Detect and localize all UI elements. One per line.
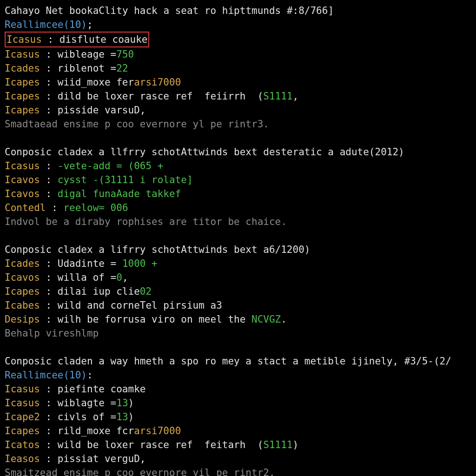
code-token <box>5 342 11 353</box>
terminal-line: Cahayo Net bookaClity hack a seat ro hip… <box>5 4 471 18</box>
code-token: : <box>87 370 93 381</box>
terminal-line: Conposic cladex a lifrry schotAttwinds b… <box>5 243 471 257</box>
code-token: ) <box>128 411 134 423</box>
code-token: 13 <box>116 397 128 409</box>
code-token: : pissiat verguD, <box>40 453 146 464</box>
code-token: S1111 <box>263 91 292 102</box>
code-token: Icapes <box>5 77 40 88</box>
code-token <box>5 230 11 241</box>
code-token: : Udadinte = <box>40 258 122 269</box>
code-token: : wiid_moxe fer <box>40 77 134 88</box>
terminal-line: Ieasos : pissiat verguD, <box>5 452 471 466</box>
code-token: : <box>40 160 58 172</box>
code-token: -vete-add = (065 + <box>58 160 164 172</box>
code-token: Icasus <box>7 34 42 45</box>
code-token: : <box>42 34 60 45</box>
terminal-line <box>5 229 471 243</box>
code-token: Icades <box>5 258 40 269</box>
code-token: Icavos <box>5 174 40 185</box>
code-token: Smadtaead ensime p coo evernore yl pe ri… <box>5 119 269 130</box>
code-token <box>5 132 11 144</box>
terminal-line: Conposic claden a way hmeth a spo ro mey… <box>5 354 471 368</box>
code-token: Desips <box>5 314 40 325</box>
terminal-line: Contedl : reelow= 006 <box>5 201 471 215</box>
code-token: Conposic claden a way hmeth a spo ro mey… <box>5 356 451 367</box>
terminal-line: Conposic cladex a llfrry schotAttwinds b… <box>5 145 471 159</box>
terminal-line: Reallimcee(10): <box>5 368 471 382</box>
code-token: : wild and corneTel pirsium a3 <box>40 300 222 311</box>
code-token: 0 <box>116 272 122 283</box>
code-token: Indvol be a diraby rophises are titor be… <box>5 216 287 227</box>
terminal-line: Icapes : wiid_moxe ferarsi7000 <box>5 75 471 89</box>
terminal-line: Icapes : dilai iup clie02 <box>5 284 471 298</box>
terminal-line: Reallimcee(10); <box>5 18 471 32</box>
code-token: ) <box>293 439 299 450</box>
code-token: Icapes <box>5 286 40 297</box>
code-token: Icabes <box>5 300 40 311</box>
code-token: 02 <box>140 286 152 297</box>
terminal-line: Icape2 : civls of =13) <box>5 410 471 424</box>
code-token: Icades <box>5 63 40 74</box>
code-token: Icasus <box>5 383 40 395</box>
terminal-line <box>5 131 471 145</box>
code-token: disflute coauke <box>60 34 148 45</box>
code-token: Icasus <box>5 49 40 60</box>
code-token: : <box>40 188 58 199</box>
code-token: Ieasos <box>5 453 40 464</box>
terminal-line: Icasus : wiblagte =13) <box>5 396 471 410</box>
code-token: Icavos <box>5 188 40 199</box>
code-token: digal funaAade takkef <box>58 188 181 199</box>
code-token: 22 <box>116 63 128 74</box>
terminal-line: Behalp vireshlmp <box>5 326 471 340</box>
terminal-line: Indvol be a diraby rophises are titor be… <box>5 215 471 229</box>
code-token: Net bookaClity hack a seat ro hipttmunds… <box>46 5 334 16</box>
terminal-line: Icavos : willa of =0, <box>5 271 471 284</box>
terminal-line: Icades : Udadinte = 1000 + <box>5 257 471 271</box>
terminal-line: Icasus : wibleage =750 <box>5 47 471 61</box>
code-token: 13 <box>116 411 128 423</box>
code-token: Smaitzead ensime p coo evernore yil pe r… <box>5 467 275 476</box>
code-token: reelow= 006 <box>63 202 128 213</box>
code-token: ; <box>87 19 93 30</box>
code-token: 1000 + <box>122 258 158 269</box>
terminal-line: Desips : wilh be forrusa viro on meel th… <box>5 312 471 326</box>
code-token: Icapes <box>5 91 40 102</box>
code-token: : civls of = <box>40 411 116 423</box>
code-token: Behalp vireshlmp <box>5 328 99 339</box>
code-token: Icasus <box>5 397 40 409</box>
terminal-line: Icabes : wild and corneTel pirsium a3 <box>5 298 471 312</box>
code-token: Icapes <box>5 105 40 116</box>
code-token: Conposic cladex a lifrry schotAttwinds b… <box>5 244 310 255</box>
code-token: Contedl <box>5 202 46 213</box>
terminal-line: Icapes : dild be loxer rasce ref feiirrh… <box>5 89 471 103</box>
code-token: Icatos <box>5 439 40 450</box>
code-token: : willa of = <box>40 272 116 283</box>
code-token: : wild be loxer rasce ref feitarh ( <box>40 439 263 450</box>
terminal-line: Icades : riblenot =22 <box>5 61 471 75</box>
terminal-line: Icavos : digal funaAade takkef <box>5 187 471 201</box>
code-token: : <box>46 202 64 213</box>
code-token: 750 <box>116 49 134 60</box>
code-token: : rild_moxe fcr <box>40 425 134 436</box>
code-token: arsi7000 <box>134 425 181 436</box>
code-token: Cahayo <box>5 5 46 16</box>
code-token: Reallimcee(10) <box>5 370 87 381</box>
code-token: : wiblagte = <box>40 397 116 409</box>
code-token: Icape2 <box>5 411 40 423</box>
terminal-line: Icatos : wild be loxer rasce ref feitarh… <box>5 438 471 452</box>
code-token: cysst -(31111 i rolate] <box>58 174 193 185</box>
code-token: : dilai iup clie <box>40 286 140 297</box>
terminal-line: Icasus : piefinte coamke <box>5 382 471 396</box>
code-token: , <box>293 91 299 102</box>
code-token: Conposic cladex a llfrry schotAttwinds b… <box>5 146 404 158</box>
code-token: ) <box>128 397 134 409</box>
code-token: . <box>281 314 287 325</box>
code-token: , <box>122 272 128 283</box>
terminal-line: Icapes : rild_moxe fcrarsi7000 <box>5 424 471 438</box>
terminal-line: Icasus : disflute coauke <box>5 32 471 47</box>
code-token: Icavos <box>5 272 40 283</box>
code-token: NCVGZ <box>251 314 281 325</box>
terminal-line <box>5 340 471 354</box>
highlighted-line[interactable]: Icasus : disflute coauke <box>5 32 149 47</box>
terminal-line: Smaitzead ensime p coo evernore yil pe r… <box>5 466 471 476</box>
